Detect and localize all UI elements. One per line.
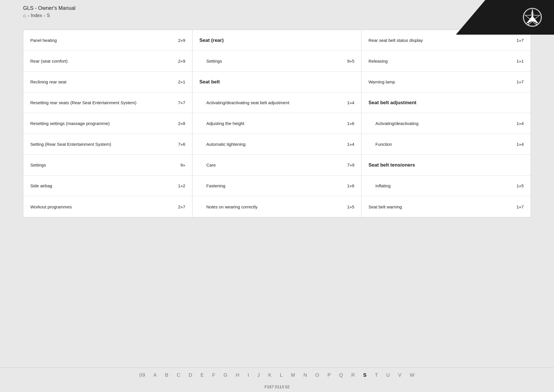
alpha-I[interactable]: I <box>248 372 249 378</box>
alpha-D[interactable]: D <box>189 372 192 378</box>
row-label: Workout programmes <box>30 204 178 210</box>
row-2-7[interactable]: Inflating1»5 <box>362 176 531 196</box>
row-page: 1»5 <box>516 183 524 188</box>
alpha-U[interactable]: U <box>386 372 390 378</box>
row-label: Releasing <box>368 58 516 64</box>
row-2-8[interactable]: Seat belt warning1»7 <box>362 196 531 217</box>
row-0-0[interactable]: Panel heating2»9 <box>23 30 192 51</box>
alpha-G[interactable]: G <box>224 372 228 378</box>
alphabet-nav: 09ABCDEFGHIJKLMNOPQRSTUVW <box>0 367 554 383</box>
breadcrumb-sep-2: › <box>44 13 45 18</box>
row-label: Resetting settings (massage programme) <box>30 120 178 126</box>
row-2-4[interactable]: Activating/deactivating1»4 <box>362 113 531 134</box>
mercedes-logo <box>522 7 542 27</box>
row-2-2[interactable]: Warning lamp1»7 <box>362 72 531 92</box>
row-0-2[interactable]: Reclining rear seat2»1 <box>23 72 192 92</box>
row-page: 7»7 <box>178 100 185 105</box>
row-label: Reclining rear seat <box>30 79 178 85</box>
row-0-8[interactable]: Workout programmes2»7 <box>23 196 192 217</box>
alpha-V[interactable]: V <box>398 372 402 378</box>
home-icon[interactable]: ⌂ <box>23 13 26 18</box>
row-0-5[interactable]: Setting (Rear Seat Entertainment System)… <box>23 134 192 155</box>
row-1-4[interactable]: Adjusting the height1»6 <box>192 113 361 134</box>
alpha-C[interactable]: C <box>177 372 180 378</box>
logo-area <box>456 0 554 35</box>
row-label: Setting (Rear Seat Entertainment System) <box>30 141 178 147</box>
breadcrumb-s[interactable]: S <box>47 13 50 18</box>
alpha-J[interactable]: J <box>257 372 260 378</box>
row-1-1[interactable]: Settings9»5 <box>192 51 361 72</box>
row-page: 9» <box>180 163 185 167</box>
row-label: Side airbag <box>30 183 178 189</box>
column-2: Rear seat belt status display1»7Releasin… <box>362 30 531 217</box>
row-label: Care <box>206 162 347 168</box>
row-1-3[interactable]: Activating/deactivating seat belt adjust… <box>192 92 361 113</box>
alpha-A[interactable]: A <box>154 372 157 378</box>
row-label: Seat belt tensioners <box>368 162 524 169</box>
row-page: 1»6 <box>347 121 354 126</box>
row-page: 1»6 <box>347 183 354 188</box>
row-label: Activating/deactivating <box>375 120 516 126</box>
row-page: 1»4 <box>516 121 524 126</box>
alpha-E[interactable]: E <box>201 372 204 378</box>
alpha-S[interactable]: S <box>363 372 367 378</box>
row-2-6[interactable]: Seat belt tensioners <box>362 155 531 176</box>
row-page: 2»9 <box>178 38 185 43</box>
row-page: 1»4 <box>347 142 354 147</box>
row-label: Seat (rear) <box>199 37 354 44</box>
row-page: 1»5 <box>347 204 354 209</box>
row-label: Adjusting the height <box>206 120 347 126</box>
row-1-7[interactable]: Fastening1»6 <box>192 176 361 196</box>
breadcrumb-index[interactable]: Index <box>31 13 42 18</box>
breadcrumb: ⌂ › Index › S <box>23 13 76 18</box>
svg-point-6 <box>531 16 534 18</box>
alpha-N[interactable]: N <box>303 372 307 378</box>
row-page: 7»9 <box>347 163 354 167</box>
row-1-5[interactable]: Automatic tightening1»4 <box>192 134 361 155</box>
row-label: Settings <box>206 58 347 64</box>
row-label: Notes on wearing correctly <box>206 204 347 210</box>
row-1-0[interactable]: Seat (rear) <box>192 30 361 51</box>
row-page: 2»7 <box>178 204 185 209</box>
row-page: 1»7 <box>516 38 524 43</box>
column-0: Panel heating2»9Rear (seat comfort)2»9Re… <box>23 30 192 217</box>
alpha-H[interactable]: H <box>236 372 239 378</box>
alpha-P[interactable]: P <box>327 372 331 378</box>
row-page: 2»9 <box>178 59 185 64</box>
manual-title: GLS - Owner's Manual <box>23 5 76 11</box>
alpha-O[interactable]: O <box>315 372 319 378</box>
row-label: Inflating <box>375 183 516 189</box>
row-2-5[interactable]: Function1»4 <box>362 134 531 155</box>
row-1-8[interactable]: Notes on wearing correctly1»5 <box>192 196 361 217</box>
row-label: Panel heating <box>30 37 178 43</box>
row-1-2[interactable]: Seat belt <box>192 72 361 92</box>
row-0-4[interactable]: Resetting settings (massage programme)2»… <box>23 113 192 134</box>
row-0-7[interactable]: Side airbag1»2 <box>23 176 192 196</box>
row-page: 1»4 <box>347 100 354 105</box>
alpha-K[interactable]: K <box>268 372 272 378</box>
alpha-L[interactable]: L <box>280 372 283 378</box>
index-table: Panel heating2»9Rear (seat comfort)2»9Re… <box>23 30 531 217</box>
alpha-M[interactable]: M <box>291 372 295 378</box>
alpha-R[interactable]: R <box>351 372 355 378</box>
row-2-3[interactable]: Seat belt adjustment <box>362 92 531 113</box>
row-page: 1»1 <box>516 59 524 64</box>
alpha-Q[interactable]: Q <box>339 372 343 378</box>
row-0-6[interactable]: Settings9» <box>23 155 192 176</box>
row-page: 2»8 <box>178 121 185 126</box>
alpha-09[interactable]: 09 <box>139 372 145 378</box>
alpha-T[interactable]: T <box>375 372 378 378</box>
footer-code: F167 0113 02 <box>0 384 554 389</box>
header-left: GLS - Owner's Manual ⌂ › Index › S <box>23 5 76 18</box>
row-label: Warning lamp <box>368 79 516 85</box>
row-page: 9»5 <box>347 59 354 64</box>
alpha-W[interactable]: W <box>410 372 415 378</box>
row-0-3[interactable]: Resetting rear seats (Rear Seat Entertai… <box>23 92 192 113</box>
row-1-6[interactable]: Care7»9 <box>192 155 361 176</box>
breadcrumb-sep-1: › <box>28 13 29 18</box>
row-label: Settings <box>30 162 180 168</box>
alpha-F[interactable]: F <box>212 372 215 378</box>
row-2-1[interactable]: Releasing1»1 <box>362 51 531 72</box>
alpha-B[interactable]: B <box>165 372 169 378</box>
row-0-1[interactable]: Rear (seat comfort)2»9 <box>23 51 192 72</box>
